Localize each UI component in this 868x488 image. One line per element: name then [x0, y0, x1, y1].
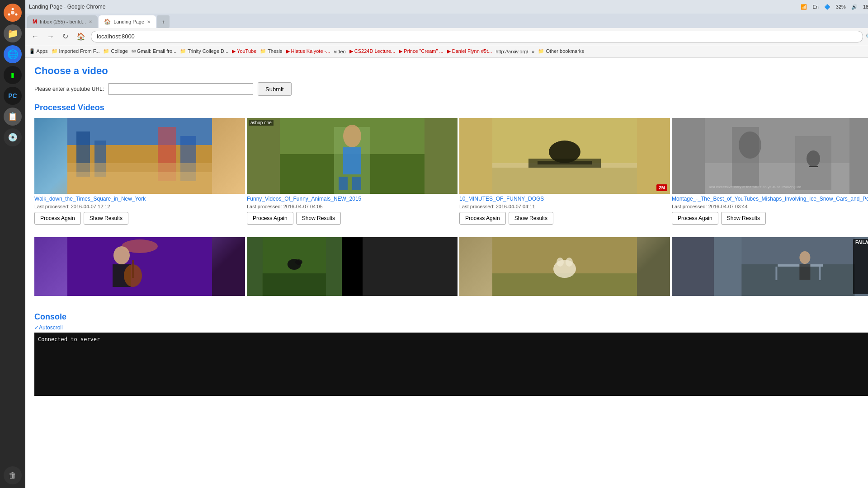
video-thumb-2: ashup one	[247, 118, 458, 194]
svg-point-55	[800, 251, 811, 264]
show-results-btn-1[interactable]: Show Results	[84, 212, 128, 225]
browser-icon[interactable]: 🌐	[4, 45, 22, 63]
svg-rect-54	[819, 267, 821, 280]
video-actions-2: Process Again Show Results	[247, 212, 458, 225]
home-button[interactable]: 🏠	[74, 31, 88, 42]
back-button[interactable]: ←	[29, 32, 42, 42]
page-content: Choose a video Please enter a youtube UR…	[25, 58, 868, 488]
tab-landing-label: Landing Page	[113, 19, 144, 24]
bookmark-hiatus[interactable]: ▶ Hiatus Kaiyote -...	[286, 48, 330, 54]
video-card-5	[34, 237, 247, 301]
browser-title: Landing Page - Google Chrome	[29, 4, 105, 10]
process-again-btn-4[interactable]: Process Again	[672, 212, 718, 225]
processed-videos-title: Processed Videos	[34, 103, 868, 113]
console-text: Connected to server	[38, 336, 100, 343]
gmail-favicon: M	[33, 19, 37, 25]
video-card-3: 2M 10_MINUTES_OF_FUNNY_DOGS Last process…	[459, 118, 672, 230]
show-results-btn-2[interactable]: Show Results	[296, 212, 341, 225]
process-again-btn-2[interactable]: Process Again	[247, 212, 293, 225]
video-card-2: ashup one Funny_Videos_Of_Funny_Animals_…	[247, 118, 459, 230]
svg-point-3	[15, 14, 18, 16]
svg-rect-56	[800, 264, 811, 280]
trash-icon[interactable]: 🗑	[4, 466, 22, 484]
bookmark-college[interactable]: 📁 College	[103, 48, 127, 54]
video-badge-3: 2M	[656, 184, 667, 191]
video-title-1: Walk_down_the_Times_Square_in_New_York	[34, 196, 245, 203]
video-title-4: Montage_-_The_Best_of_YouTubes_Mishaps_I…	[672, 196, 868, 203]
svg-rect-42	[263, 273, 326, 296]
new-tab-button[interactable]: +	[157, 15, 170, 28]
bookmark-more[interactable]: »	[532, 49, 534, 54]
address-bar[interactable]: localhost:8000	[91, 31, 863, 42]
video-thumb-7	[459, 237, 670, 296]
dvd-icon[interactable]: 💿	[4, 128, 22, 146]
files2-icon[interactable]: 📋	[4, 108, 22, 126]
submit-button[interactable]: Submit	[258, 82, 291, 96]
show-results-btn-4[interactable]: Show Results	[721, 212, 766, 225]
svg-rect-53	[776, 267, 778, 280]
pycharm-icon[interactable]: PC	[4, 87, 22, 105]
tab-gmail[interactable]: M Inbox (255) - benfd... ✕	[27, 15, 98, 28]
svg-rect-18	[339, 177, 348, 190]
bookmark-prince[interactable]: ▶ Prince "Cream" ...	[399, 48, 443, 54]
video-thumb-1	[34, 118, 245, 194]
bookmark-imported[interactable]: 📁 Imported From F...	[52, 48, 100, 54]
svg-rect-25	[492, 168, 637, 194]
video-thumb-8: FAILARMY	[672, 237, 868, 296]
video-title-2: Funny_Videos_Of_Funny_Animals_NEW_2015	[247, 196, 458, 203]
ubuntu-icon[interactable]	[4, 4, 22, 22]
reload-button[interactable]: ↻	[60, 31, 71, 42]
bookmark-apps[interactable]: 📱 Apps	[29, 48, 48, 54]
url-input[interactable]	[108, 83, 253, 95]
svg-rect-19	[352, 177, 361, 190]
landing-favicon: 🏠	[104, 19, 111, 25]
console-section: Console ✓Autoscroll Connected to server	[34, 312, 868, 396]
thumb-overlay-2: ashup one	[249, 120, 274, 126]
extensions-icon: 🔍	[866, 33, 868, 40]
svg-point-31	[739, 131, 761, 159]
process-again-btn-1[interactable]: Process Again	[34, 212, 81, 225]
process-again-btn-3[interactable]: Process Again	[459, 212, 506, 225]
sidebar: 📁 🌐 ▮ PC 📋 💿 🗑	[0, 0, 25, 488]
files-icon[interactable]: 📁	[4, 24, 22, 42]
volume-icon: 🔊	[851, 4, 858, 10]
bookmark-thesis[interactable]: 📁 Thesis	[260, 48, 282, 54]
console-box: Connected to server	[34, 333, 868, 396]
wifi-icon: 📶	[801, 4, 807, 10]
video-card-1: Walk_down_the_Times_Square_in_New_York L…	[34, 118, 247, 230]
autoscroll-label: ✓Autoscroll	[34, 324, 868, 331]
console-title: Console	[34, 312, 868, 322]
bookmark-arxiv[interactable]: http://arxiv.org/	[495, 49, 528, 54]
video-actions-3: Process Again Show Results	[459, 212, 670, 225]
video-thumb-3: 2M	[459, 118, 670, 194]
tab-bar: M Inbox (255) - benfd... ✕ 🏠 Landing Pag…	[25, 14, 868, 28]
bookmark-trinity[interactable]: 📁 Trinity College D...	[180, 48, 228, 54]
battery-display: 32%	[836, 4, 846, 9]
svg-point-49	[566, 258, 573, 267]
svg-point-44	[295, 259, 302, 265]
show-results-btn-3[interactable]: Show Results	[509, 212, 553, 225]
video-actions-1: Process Again Show Results	[34, 212, 245, 225]
bookmark-youtube[interactable]: ▶ YouTube	[232, 48, 256, 54]
videos-row2: FAILARMY	[34, 237, 868, 301]
videos-grid: Walk_down_the_Times_Square_in_New_York L…	[34, 118, 868, 230]
svg-point-1	[11, 11, 14, 14]
nav-icons: 🔍 ☆ ☰	[866, 33, 868, 40]
forward-button[interactable]: →	[44, 32, 57, 42]
tab-gmail-close[interactable]: ✕	[89, 19, 92, 24]
url-form: Please enter a youtube URL: Submit	[34, 82, 868, 96]
svg-rect-17	[343, 147, 361, 174]
bookmark-daniel[interactable]: ▶ Daniel Flynn #5t...	[447, 48, 492, 54]
svg-rect-12	[67, 172, 212, 194]
tab-landing[interactable]: 🏠 Landing Page ✕	[99, 15, 156, 28]
bookmark-cs224d[interactable]: ▶ CS224D Lecture...	[349, 48, 396, 54]
terminal-icon[interactable]: ▮	[4, 66, 22, 84]
bookmark-video[interactable]: video	[334, 49, 345, 54]
time-display: 18:10	[863, 4, 868, 9]
bookmark-other[interactable]: 📁 Other bookmarks	[538, 48, 584, 54]
svg-text:last immersive story of the fu: last immersive story of the future on yo…	[709, 185, 802, 189]
tab-landing-close[interactable]: ✕	[147, 19, 151, 24]
svg-point-32	[807, 150, 820, 167]
video-card-8: FAILARMY	[672, 237, 868, 301]
bookmark-gmail[interactable]: ✉ Gmail: Email fro...	[132, 48, 176, 54]
